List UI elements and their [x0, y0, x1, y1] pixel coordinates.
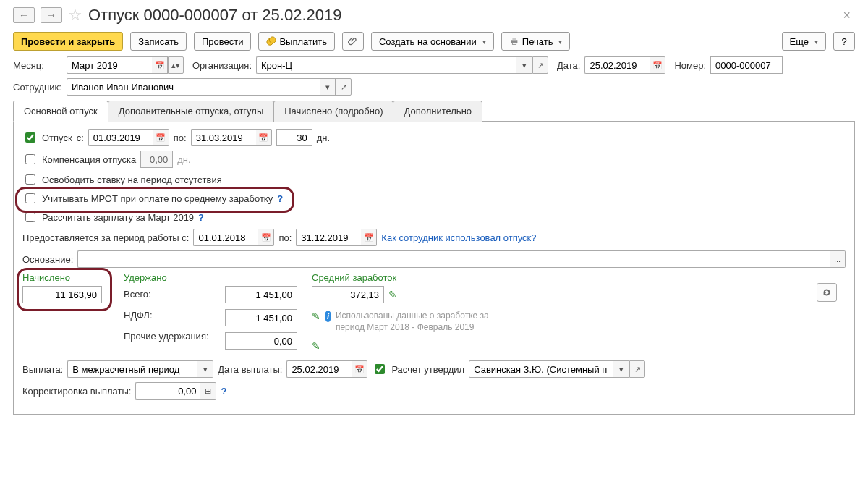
pay-button-label: Выплатить	[279, 36, 327, 47]
tab-main-vacation[interactable]: Основной отпуск	[13, 101, 109, 122]
employee-open-button[interactable]: ↗	[336, 78, 352, 96]
total-label: Всего:	[124, 289, 218, 300]
favorite-star-icon[interactable]: ☆	[68, 6, 82, 25]
period-label: Предоставляется за период работы с:	[22, 232, 189, 243]
to-date-input[interactable]	[191, 129, 256, 146]
calc-salary-help-icon[interactable]: ?	[198, 212, 204, 223]
month-calendar-button[interactable]: 📅	[152, 56, 168, 74]
print-button-label: Печать	[522, 36, 553, 47]
month-input[interactable]	[67, 56, 152, 74]
printer-icon	[509, 36, 519, 46]
pay-button[interactable]: Выплатить	[258, 32, 335, 51]
average-input[interactable]	[312, 286, 384, 303]
help-button[interactable]: ?	[833, 32, 855, 51]
payout-select[interactable]	[67, 360, 197, 378]
more-button[interactable]: Еще	[782, 32, 826, 51]
correction-calc-button[interactable]: ⊞	[200, 382, 216, 400]
paperclip-icon	[348, 36, 358, 46]
free-rate-label: Освободить ставку на период отсутствия	[42, 174, 222, 185]
accrued-header: Начислено	[22, 272, 116, 283]
date-label: Дата:	[557, 60, 580, 71]
month-spinner-button[interactable]: ▴▾	[168, 56, 184, 74]
org-open-button[interactable]: ↗	[532, 56, 548, 74]
period-to-calendar-button[interactable]: 📅	[361, 229, 377, 246]
from-date-input[interactable]	[88, 129, 153, 146]
nav-back-button[interactable]: ←	[13, 7, 35, 23]
info-icon[interactable]: i	[325, 311, 331, 322]
calc-salary-checkbox[interactable]: Рассчитать зарплату за Март 2019	[22, 210, 194, 224]
refresh-button[interactable]	[817, 283, 837, 302]
mrot-checkbox[interactable]: Учитывать МРОТ при оплате по среднему за…	[22, 191, 273, 206]
total-input[interactable]	[225, 286, 297, 303]
payout-dropdown-button[interactable]: ▾	[197, 360, 213, 378]
ndfl-edit-icon[interactable]: ✎	[312, 311, 320, 333]
tab-additional[interactable]: Дополнительные отпуска, отгулы	[108, 101, 275, 122]
tab-accrued-detail[interactable]: Начислено (подробно)	[273, 101, 393, 122]
accrued-input[interactable]	[22, 286, 102, 303]
create-based-on-button[interactable]: Создать на основании	[371, 32, 494, 51]
compensation-days-label: дн.	[177, 154, 190, 165]
tab-extra[interactable]: Дополнительно	[393, 101, 482, 122]
write-button[interactable]: Записать	[130, 32, 187, 51]
mrot-help-icon[interactable]: ?	[277, 193, 283, 204]
withheld-header: Удержано	[124, 272, 218, 283]
compensation-checkbox[interactable]: Компенсация отпуска	[22, 152, 136, 166]
approver-dropdown-button[interactable]: ▾	[613, 360, 629, 378]
days-label: дн.	[317, 132, 330, 143]
other-edit-icon[interactable]: ✎	[312, 340, 320, 352]
payout-label: Выплата:	[22, 364, 63, 375]
number-input[interactable]	[710, 56, 783, 74]
compensation-days-input	[140, 151, 173, 168]
period-from-calendar-button[interactable]: 📅	[258, 229, 274, 246]
period-from-input[interactable]	[193, 229, 258, 246]
average-edit-icon[interactable]: ✎	[388, 289, 397, 300]
vacation-checkbox[interactable]: Отпуск	[22, 130, 72, 145]
period-to-label: по:	[278, 232, 292, 243]
ndfl-input[interactable]	[225, 309, 297, 326]
approver-open-button[interactable]: ↗	[629, 360, 645, 378]
correction-label: Корректировка выплаты:	[22, 386, 131, 397]
to-date-calendar-button[interactable]: 📅	[256, 129, 272, 146]
reason-more-button[interactable]: ...	[830, 250, 846, 268]
number-label: Номер:	[674, 60, 706, 71]
close-button[interactable]: ×	[838, 7, 855, 25]
vacation-usage-link[interactable]: Как сотрудник использовал отпуск?	[381, 232, 536, 243]
correction-help-icon[interactable]: ?	[221, 386, 226, 397]
svg-point-1	[270, 37, 276, 43]
approved-checkbox[interactable]: Расчет утвердил	[372, 362, 464, 376]
post-and-close-button[interactable]: Провести и закрыть	[13, 32, 123, 51]
other-withhold-input[interactable]	[225, 332, 297, 350]
svg-rect-4	[512, 43, 516, 45]
paydate-calendar-button[interactable]: 📅	[352, 360, 367, 378]
month-label: Месяц:	[13, 60, 62, 71]
employee-dropdown-button[interactable]: ▾	[320, 78, 336, 96]
correction-input[interactable]	[135, 382, 200, 400]
svg-rect-3	[512, 38, 516, 41]
print-button[interactable]: Печать	[501, 32, 571, 51]
employee-input[interactable]	[67, 78, 320, 96]
other-withhold-label: Прочие удержания:	[124, 331, 218, 342]
post-button[interactable]: Провести	[194, 32, 252, 51]
from-label: с:	[77, 132, 84, 143]
refresh-icon	[822, 287, 832, 297]
free-rate-checkbox[interactable]: Освободить ставку на период отсутствия	[22, 172, 222, 187]
approved-label: Расчет утвердил	[391, 364, 464, 375]
employee-label: Сотрудник:	[13, 82, 62, 93]
nav-forward-button[interactable]: →	[41, 7, 62, 23]
period-to-input[interactable]	[296, 229, 361, 246]
to-label: по:	[174, 132, 187, 143]
mrot-label: Учитывать МРОТ при оплате по среднему за…	[42, 193, 273, 204]
paydate-input[interactable]	[286, 360, 352, 378]
attach-button[interactable]	[342, 32, 364, 51]
window-title: Отпуск 0000-000007 от 25.02.2019	[88, 6, 341, 25]
compensation-checkbox-label: Компенсация отпуска	[42, 154, 136, 165]
org-dropdown-button[interactable]: ▾	[516, 56, 532, 74]
from-date-calendar-button[interactable]: 📅	[153, 129, 169, 146]
org-label: Организация:	[192, 60, 252, 71]
days-input[interactable]	[276, 129, 312, 146]
approver-input[interactable]	[469, 360, 613, 378]
reason-input[interactable]	[77, 250, 830, 268]
date-input[interactable]	[584, 56, 650, 74]
org-input[interactable]	[256, 56, 516, 74]
date-calendar-button[interactable]: 📅	[650, 56, 665, 74]
